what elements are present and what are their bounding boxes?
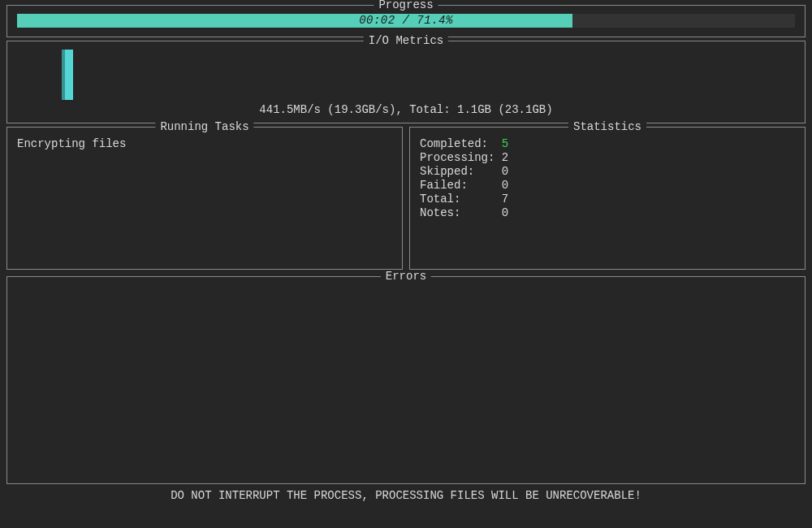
progress-title: Progress xyxy=(374,0,438,11)
stats-row: Processing: 2 xyxy=(420,151,795,165)
stats-row: Total: 7 xyxy=(420,193,795,206)
progress-label: 00:02 / 71.4% xyxy=(17,14,795,28)
footer-warning: DO NOT INTERRUPT THE PROCESS, PROCESSING… xyxy=(6,489,806,502)
stats-row: Skipped: 0 xyxy=(420,165,795,179)
stats-label: Total: xyxy=(420,193,502,206)
statistics-panel: Statistics Completed: 5Processing: 2Skip… xyxy=(409,127,806,270)
stats-value: 0 xyxy=(502,179,508,192)
progress-bar: 00:02 / 71.4% xyxy=(17,14,795,28)
io-title: I/O Metrics xyxy=(364,34,448,47)
io-bars-chart xyxy=(17,50,795,100)
stats-label: Processing: xyxy=(420,151,502,164)
tasks-title: Running Tasks xyxy=(155,120,253,133)
errors-title: Errors xyxy=(381,270,431,283)
stats-value: 0 xyxy=(502,206,508,219)
io-metrics-panel: I/O Metrics 441.5MB/s (19.3GB/s), Total:… xyxy=(6,41,806,123)
stats-value: 5 xyxy=(502,137,508,150)
progress-panel: Progress 00:02 / 71.4% xyxy=(6,5,806,37)
stats-label: Failed: xyxy=(420,179,502,192)
io-bar xyxy=(65,50,73,100)
io-metrics-line: 441.5MB/s (19.3GB/s), Total: 1.1GB (23.1… xyxy=(17,103,795,116)
stats-value: 7 xyxy=(502,193,508,206)
stats-value: 0 xyxy=(502,165,508,178)
stats-label: Notes: xyxy=(420,206,502,219)
stats-list: Completed: 5Processing: 2Skipped: 0Faile… xyxy=(420,137,795,220)
errors-panel: Errors xyxy=(6,276,806,484)
stats-row: Failed: 0 xyxy=(420,179,795,193)
stats-label: Skipped: xyxy=(420,165,502,178)
stats-row: Completed: 5 xyxy=(420,137,795,151)
stats-label: Completed: xyxy=(420,137,502,150)
stats-value: 2 xyxy=(502,151,508,164)
running-tasks-panel: Running Tasks Encrypting files xyxy=(6,127,403,270)
io-bar xyxy=(62,50,65,100)
task-item: Encrypting files xyxy=(17,137,392,151)
tasks-list: Encrypting files xyxy=(17,137,392,151)
stats-title: Statistics xyxy=(568,120,646,133)
stats-row: Notes: 0 xyxy=(420,206,795,220)
